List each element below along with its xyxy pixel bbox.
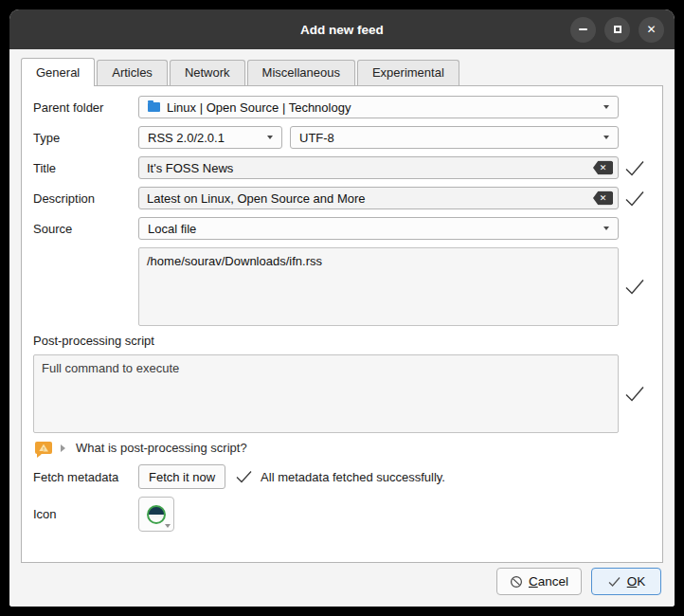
parent-folder-label: Parent folder	[33, 100, 138, 115]
encoding-combobox[interactable]: UTF-8	[290, 126, 619, 149]
valid-check-icon	[623, 190, 646, 208]
source-type-value: Local file	[148, 222, 596, 236]
feed-favicon-icon	[147, 505, 166, 524]
chevron-down-icon	[603, 226, 609, 230]
description-input[interactable]	[138, 187, 619, 209]
tab-general[interactable]: General	[21, 58, 95, 86]
type-label: Type	[33, 131, 138, 145]
tab-network[interactable]: Network	[170, 60, 245, 85]
chevron-down-icon	[603, 136, 609, 139]
hint-bubble-icon: !	[35, 442, 52, 454]
cancel-prohibit-icon	[510, 575, 523, 589]
tab-bar: General Articles Network Miscellaneous E…	[9, 49, 675, 85]
source-path-textarea[interactable]: /home/sourav/Downloads/ifn.rss	[138, 247, 619, 326]
valid-check-icon	[623, 385, 646, 403]
maximize-icon	[614, 26, 621, 33]
general-tab-pane: Parent folder Linux | Open Source | Tech…	[21, 85, 663, 563]
parent-folder-row: Parent folder Linux | Open Source | Tech…	[33, 96, 651, 118]
description-label: Description	[33, 191, 138, 206]
titlebar[interactable]: Add new feed ✕	[9, 9, 675, 49]
window-controls: ✕	[570, 9, 664, 49]
feed-icon-button[interactable]	[138, 497, 174, 532]
post-processing-label: Post-processing script	[33, 334, 651, 348]
fetch-metadata-label: Fetch metadata	[33, 470, 138, 484]
post-processing-help[interactable]: ! What is post-processing script?	[35, 441, 651, 455]
icon-label: Icon	[33, 507, 138, 521]
title-label: Title	[33, 161, 138, 175]
close-button[interactable]: ✕	[639, 17, 664, 43]
expand-arrow-icon[interactable]	[61, 444, 65, 452]
cancel-button-label: Cancel	[529, 574, 568, 589]
description-row: Description ✕	[33, 187, 651, 209]
dialog-body: General Articles Network Miscellaneous E…	[9, 49, 675, 607]
source-type-combobox[interactable]: Local file	[138, 217, 619, 240]
fetch-status-text: All metadata fetched successfully.	[261, 470, 445, 484]
source-label: Source	[33, 222, 138, 236]
source-row: Source Local file	[33, 217, 651, 240]
tab-articles[interactable]: Articles	[97, 60, 168, 85]
folder-icon	[148, 102, 160, 112]
parent-folder-value: Linux | Open Source | Technology	[167, 100, 596, 115]
success-check-icon	[235, 470, 253, 483]
chevron-down-icon	[267, 136, 273, 139]
chevron-down-icon	[603, 105, 609, 109]
ok-check-icon	[607, 576, 621, 588]
title-input[interactable]	[138, 156, 619, 179]
fetch-it-now-button[interactable]: Fetch it now	[138, 464, 225, 489]
feed-type-value: RSS 2.0/2.0.1	[148, 131, 260, 145]
feed-type-combobox[interactable]: RSS 2.0/2.0.1	[138, 126, 282, 149]
minimize-icon	[579, 28, 587, 30]
title-row: Title ✕	[33, 156, 651, 179]
warning-triangle-icon: !	[39, 444, 48, 452]
window-title: Add new feed	[300, 23, 384, 37]
post-processing-row	[33, 354, 651, 433]
post-processing-textarea[interactable]	[33, 354, 619, 433]
ok-button[interactable]: OK	[591, 568, 661, 595]
desktop-background: Add new feed ✕ General Articles Network …	[0, 0, 684, 616]
minimize-button[interactable]	[570, 17, 596, 43]
icon-row: Icon	[33, 497, 651, 532]
tab-experimental[interactable]: Experimental	[357, 60, 459, 85]
help-link-text[interactable]: What is post-processing script?	[76, 441, 247, 455]
valid-check-icon	[623, 278, 646, 296]
maximize-button[interactable]	[604, 17, 630, 43]
source-path-row: /home/sourav/Downloads/ifn.rss	[33, 247, 651, 326]
encoding-value: UTF-8	[299, 131, 596, 145]
tab-miscellaneous[interactable]: Miscellaneous	[247, 60, 355, 85]
type-row: Type RSS 2.0/2.0.1 UTF-8	[33, 126, 651, 149]
chevron-down-icon	[165, 524, 171, 528]
close-icon: ✕	[646, 24, 656, 35]
dialog-footer: Cancel OK	[496, 568, 661, 595]
fetch-metadata-row: Fetch metadata Fetch it now All metadata…	[33, 464, 651, 489]
ok-button-label: OK	[627, 574, 646, 589]
add-feed-dialog: Add new feed ✕ General Articles Network …	[9, 9, 675, 607]
cancel-button[interactable]: Cancel	[496, 568, 582, 595]
parent-folder-combobox[interactable]: Linux | Open Source | Technology	[138, 96, 619, 118]
valid-check-icon	[623, 159, 646, 177]
